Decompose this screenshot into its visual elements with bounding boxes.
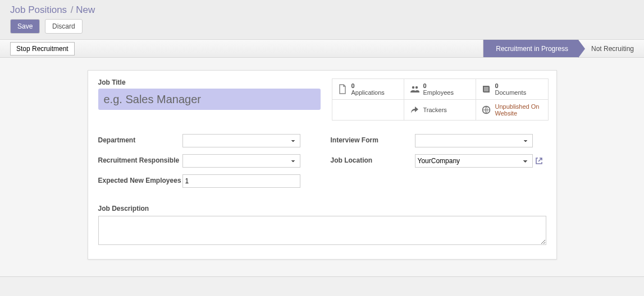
top-row: Job Title 0 Applications bbox=[98, 78, 546, 121]
breadcrumb-root[interactable]: Job Positions bbox=[10, 4, 67, 15]
stage-label: Recruitment in Progress bbox=[496, 45, 568, 53]
globe-icon bbox=[482, 105, 491, 114]
form-sheet: Job Title 0 Applications bbox=[88, 70, 557, 260]
external-link-icon[interactable] bbox=[535, 157, 543, 165]
svg-point-1 bbox=[415, 86, 417, 89]
discard-button[interactable]: Discard bbox=[45, 19, 83, 34]
department-label: Department bbox=[98, 134, 182, 144]
stat-text: Unpublished On Website bbox=[495, 103, 542, 117]
field-expected-employees: Expected New Employees bbox=[98, 174, 314, 188]
stat-text: 0 Employees bbox=[423, 82, 454, 96]
header-toolbar: Job Positions / New Save Discard bbox=[0, 0, 644, 40]
statusbar-left: Stop Recruitment bbox=[10, 40, 75, 57]
stat-text: Trackers bbox=[423, 107, 447, 113]
field-job-location: Job Location YourCompany bbox=[331, 154, 546, 168]
right-column: Interview Form Job Location YourCompany bbox=[331, 134, 546, 195]
title-block: Job Title bbox=[98, 78, 321, 110]
interview-form-select[interactable] bbox=[415, 134, 533, 147]
stat-empty bbox=[332, 100, 404, 120]
stage-not-recruiting[interactable]: Not Recruiting bbox=[578, 40, 644, 57]
field-recruitment-responsible: Recruitment Responsible bbox=[98, 154, 314, 168]
field-interview-form: Interview Form bbox=[331, 134, 546, 147]
save-button[interactable]: Save bbox=[10, 19, 40, 34]
stage-recruitment-in-progress[interactable]: Recruitment in Progress bbox=[483, 40, 578, 57]
breadcrumb: Job Positions / New bbox=[10, 4, 634, 16]
status-bar: Stop Recruitment Recruitment in Progress… bbox=[0, 40, 644, 58]
book-icon bbox=[482, 85, 491, 94]
stage-label: Not Recruiting bbox=[591, 45, 634, 53]
stat-website[interactable]: Unpublished On Website bbox=[476, 100, 548, 120]
stat-text: 0 Documents bbox=[495, 82, 527, 96]
job-title-label: Job Title bbox=[98, 78, 321, 86]
breadcrumb-current: New bbox=[76, 4, 95, 15]
breadcrumb-separator: / bbox=[71, 4, 76, 15]
svg-point-0 bbox=[412, 86, 414, 89]
header-buttons: Save Discard bbox=[10, 19, 634, 34]
recruitment-responsible-label: Recruitment Responsible bbox=[98, 154, 182, 164]
stat-text: 0 Applications bbox=[351, 82, 385, 96]
users-icon bbox=[410, 85, 419, 93]
stat-documents[interactable]: 0 Documents bbox=[476, 79, 548, 100]
expected-employees-label: Expected New Employees bbox=[98, 174, 182, 184]
document-icon bbox=[338, 84, 347, 94]
field-department: Department bbox=[98, 134, 314, 147]
stat-trackers[interactable]: Trackers bbox=[404, 100, 476, 120]
statusbar-stages: Recruitment in Progress Not Recruiting bbox=[483, 40, 644, 57]
form-sheet-wrap: Job Title 0 Applications bbox=[0, 58, 644, 277]
department-select[interactable] bbox=[182, 134, 300, 147]
stat-employees[interactable]: 0 Employees bbox=[404, 79, 476, 100]
left-column: Department Recruitment Responsible Expec… bbox=[98, 134, 314, 195]
stop-recruitment-button[interactable]: Stop Recruitment bbox=[10, 42, 75, 55]
share-icon bbox=[410, 106, 419, 114]
stat-applications[interactable]: 0 Applications bbox=[332, 79, 404, 100]
expected-employees-input[interactable] bbox=[182, 174, 300, 188]
job-description-label: Job Description bbox=[98, 205, 546, 212]
job-location-label: Job Location bbox=[331, 154, 415, 164]
stat-button-grid: 0 Applications 0 Employees bbox=[332, 78, 549, 121]
job-description-block: Job Description bbox=[98, 205, 546, 247]
recruitment-responsible-select[interactable] bbox=[182, 154, 300, 168]
job-title-input[interactable] bbox=[98, 89, 321, 110]
interview-form-label: Interview Form bbox=[331, 134, 415, 144]
job-description-textarea[interactable] bbox=[98, 216, 546, 245]
job-location-select[interactable]: YourCompany bbox=[415, 154, 533, 168]
field-row: Department Recruitment Responsible Expec… bbox=[98, 134, 546, 195]
